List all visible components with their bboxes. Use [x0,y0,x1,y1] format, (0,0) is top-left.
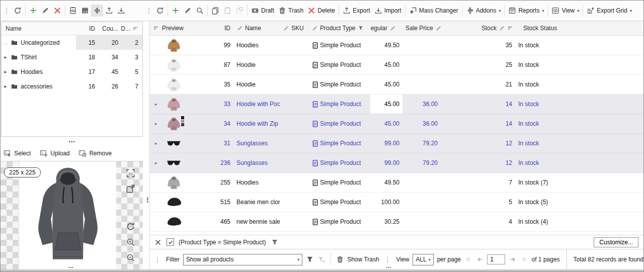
cell-regular[interactable]: 45.00 [370,55,403,74]
cell-regular[interactable]: 100.00 [370,193,403,212]
draft-button[interactable]: Draft [249,5,276,17]
cell-product_type[interactable]: Simple Product [308,36,370,55]
filter-funnel-icon[interactable] [271,238,279,246]
cell-name[interactable]: Hoodies [233,36,280,55]
zoom-out-button[interactable] [126,253,135,264]
cell-name[interactable]: Hoodie [233,55,280,74]
cell-stock[interactable]: 7 [442,173,516,192]
cell-sku[interactable] [280,55,308,74]
table-row[interactable]: 99HoodiesSimple Product49.5035In stock [150,36,643,55]
cell-expander[interactable] [150,75,159,94]
cell-status[interactable]: In stock (7) [516,173,643,192]
cell-regular[interactable]: 45.00 [370,75,403,94]
cell-sale[interactable] [403,212,442,231]
prev-page-button[interactable] [476,255,484,263]
cell-sku[interactable] [280,134,308,153]
cell-sale[interactable]: 36.00 [403,114,442,133]
cell-preview[interactable] [159,36,205,55]
cell-stock[interactable]: 14 [442,114,516,133]
refresh-products-button[interactable] [154,5,166,17]
mass-changer-button[interactable]: Mass Changer [407,5,460,17]
paste-special-button[interactable] [233,5,246,17]
category-row[interactable]: ▸TShirt18343 [2,50,142,64]
cell-sku[interactable] [280,75,308,94]
cell-expander[interactable]: ▸ [150,134,159,153]
cell-sku[interactable] [280,193,308,212]
export-grid-button[interactable]: Export Grid▾ [585,5,634,17]
drag-handle-icon[interactable]: ⋮ [144,7,154,15]
cell-sku[interactable] [280,153,308,172]
drag-handle-icon[interactable]: ⋮ [152,255,163,263]
cell-expander[interactable] [150,212,159,231]
cell-status[interactable]: In stock [516,114,643,133]
cell-regular[interactable]: 49.50 [370,173,403,192]
show-trash-label[interactable]: Show Trash [347,256,379,263]
cell-product_type[interactable]: Simple Product [308,95,370,114]
table-row[interactable]: ▸236SunglassesSimple Product99.0079.2012… [150,153,643,173]
reports-button[interactable]: Reports▾ [506,5,546,17]
cell-name[interactable]: Hoodies [233,173,280,192]
cell-sale[interactable]: 79.20 [403,134,442,153]
cell-stock[interactable]: 5 [442,193,516,212]
cell-stock[interactable]: 21 [442,75,516,94]
copy-product-button[interactable] [209,5,221,17]
cell-status[interactable]: In stock [516,55,643,74]
column-header-sale[interactable]: Sale Price [403,25,442,32]
category-row[interactable]: ▸Hoodies17455 [2,64,142,79]
show-trash-icon[interactable] [336,255,344,263]
cell-sale[interactable]: 79.20 [403,153,442,172]
cell-status[interactable]: In stock [516,36,643,55]
column-header-id[interactable]: ID [76,25,95,32]
cell-product_type[interactable]: Simple Product [308,114,370,133]
drag-handle-icon[interactable]: ⋮ [383,255,393,263]
cell-sku[interactable] [280,173,308,192]
cell-id[interactable]: 99 [205,36,233,55]
cell-stock[interactable]: 35 [442,36,516,55]
cell-id[interactable]: 515 [205,193,233,212]
cell-regular[interactable]: 45.00 [370,114,403,133]
cell-id[interactable]: 31 [205,134,233,153]
zoom-in-button[interactable] [126,237,135,248]
cell-product_type[interactable]: Simple Product [308,55,370,74]
cell-sale[interactable] [403,36,442,55]
edit-image-button[interactable] [79,5,91,17]
select-image-button[interactable]: Select [4,149,31,157]
cell-id[interactable]: 465 [205,212,233,231]
column-header-name[interactable]: Name [2,25,76,32]
column-header-expander[interactable] [150,25,159,31]
cell-id[interactable]: 33 [205,95,233,114]
cell-stock[interactable]: 25 [442,55,516,74]
table-row[interactable]: ▸31SunglassesSimple Product99.0079.2012I… [150,134,643,153]
column-header-count[interactable]: Cou... [95,25,118,32]
add-category-button[interactable] [27,5,39,17]
cell-id[interactable]: 35 [205,75,233,94]
open-external-button[interactable] [126,184,135,195]
row-expander-icon[interactable]: ▸ [153,141,157,146]
cell-regular[interactable]: 49.50 [370,36,403,55]
cell-product_type[interactable]: Simple Product [308,173,370,192]
category-row[interactable]: Uncategorized15202 [2,35,142,50]
row-expander-icon[interactable]: ▸ [153,102,157,107]
cell-product_type[interactable]: Simple Product [308,75,370,94]
table-row[interactable]: ▸34Hoodie with ZipSimple Product45.0036.… [150,114,643,134]
cell-product_type[interactable]: Simple Product [308,212,370,231]
cell-expander[interactable]: ▸ [150,153,159,172]
cell-regular[interactable]: 99.00 [370,134,403,153]
cell-name[interactable]: Hoodie with Poc [233,95,280,114]
category-row[interactable]: ▸accessories16267 [2,79,142,94]
table-row[interactable]: 515Beanie men clonSimple Product100.005I… [150,193,643,212]
cell-name[interactable]: Sunglasses [233,153,280,172]
download-category-image-button[interactable] [115,5,127,17]
row-expander-icon[interactable]: ▸ [153,160,157,165]
next-page-button[interactable] [509,255,517,263]
cell-product_type[interactable]: Simple Product [308,193,370,212]
table-row[interactable]: 465new bennie saleSimple Product30.254In… [150,212,643,232]
cell-regular[interactable]: 99.00 [370,153,403,172]
refresh-categories-button[interactable] [12,5,24,17]
cell-expander[interactable] [150,36,159,55]
cell-sku[interactable] [280,95,308,114]
column-header-sku[interactable]: SKU [280,25,308,32]
column-header-regular[interactable]: Regular [370,25,403,32]
cell-regular[interactable]: 45.00 [370,95,403,114]
page-number-input[interactable] [487,254,505,264]
